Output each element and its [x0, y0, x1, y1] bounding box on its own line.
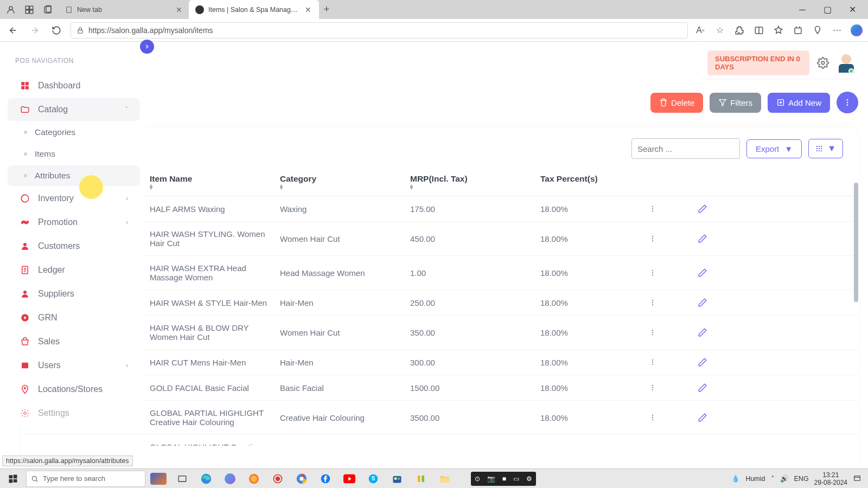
chrome-icon[interactable] — [291, 470, 312, 487]
refresh-button[interactable] — [49, 23, 64, 38]
skype-icon[interactable]: S — [362, 470, 384, 487]
copilot-taskbar-icon[interactable] — [219, 470, 241, 487]
browser-tab-2[interactable]: Items | Salon & Spa Management ✕ — [189, 0, 319, 19]
app-icon[interactable] — [410, 470, 432, 487]
sidebar-sub-attributes[interactable]: Attributes — [8, 165, 140, 186]
sidebar-item-suppliers[interactable]: Suppliers — [8, 282, 140, 305]
row-menu-button[interactable] — [649, 414, 698, 421]
sidebar-item-sales[interactable]: Sales — [8, 330, 140, 353]
search-input[interactable] — [631, 138, 740, 159]
sidebar-item-dashboard[interactable]: Dashboard — [8, 74, 140, 97]
row-edit-button[interactable] — [698, 234, 742, 243]
sidebar-sub-categories[interactable]: Categories — [8, 122, 140, 143]
cell-name: HAIR CUT Mens Hair-Men — [150, 358, 280, 367]
browser-essentials-icon[interactable] — [812, 24, 824, 36]
extensions-icon[interactable] — [733, 24, 745, 36]
column-visibility-button[interactable]: ▼ — [808, 139, 843, 158]
favorites-icon[interactable] — [773, 24, 784, 36]
weather-icon[interactable]: 💧 — [731, 474, 740, 483]
maximize-button[interactable]: ▢ — [815, 0, 840, 19]
th-category[interactable]: Category▴▾ — [280, 174, 410, 189]
task-view-icon[interactable] — [171, 470, 193, 487]
youtube-icon[interactable] — [339, 470, 360, 487]
row-menu-button[interactable] — [649, 235, 698, 242]
avatar[interactable] — [837, 53, 853, 73]
language-indicator[interactable]: ENG — [794, 475, 809, 483]
add-new-button[interactable]: Add New — [768, 93, 830, 113]
sidebar-item-ledger[interactable]: Ledger — [8, 259, 140, 281]
minimize-button[interactable]: ─ — [790, 0, 815, 19]
row-edit-button[interactable] — [698, 268, 742, 278]
th-mrp[interactable]: MRP(Incl. Tax)▴▾ — [410, 174, 540, 189]
facebook-icon[interactable] — [315, 470, 336, 487]
row-menu-button[interactable] — [649, 269, 698, 277]
row-edit-button[interactable] — [698, 328, 742, 337]
read-aloud-icon[interactable]: A» — [694, 24, 706, 36]
sidebar-toggle-button[interactable] — [140, 40, 154, 54]
sidebar-sub-items[interactable]: Items — [8, 144, 140, 164]
tab-title: New tab — [77, 6, 102, 14]
row-menu-button[interactable] — [649, 329, 698, 336]
weather-text[interactable]: Humid — [745, 475, 765, 483]
record-icon[interactable] — [267, 470, 289, 487]
edge-icon[interactable] — [195, 470, 217, 487]
row-edit-button[interactable] — [698, 383, 742, 393]
recording-controls[interactable]: ⊙ 📷 ■ ▭ ⚙ — [471, 472, 536, 486]
clock-time[interactable]: 13:21 — [822, 471, 839, 479]
browser-tab-1[interactable]: New tab ✕ — [59, 0, 189, 19]
forward-button[interactable] — [27, 23, 42, 38]
clock-date[interactable]: 29-08-2024 — [814, 479, 847, 486]
speaker-icon[interactable]: 🔊 — [780, 474, 789, 483]
back-button[interactable] — [5, 23, 21, 38]
row-edit-button[interactable] — [698, 204, 742, 214]
taskbar-search[interactable]: Type here to search — [26, 471, 145, 487]
sidebar-item-grn[interactable]: GRN — [8, 306, 140, 329]
notifications-icon[interactable] — [853, 474, 861, 483]
settings-icon[interactable] — [817, 57, 829, 69]
row-menu-button[interactable] — [649, 384, 698, 391]
close-tab-icon[interactable]: ✕ — [305, 5, 311, 14]
collections-icon[interactable] — [792, 24, 804, 36]
tray-chevron-icon[interactable]: ˄ — [771, 474, 775, 483]
copilot-icon[interactable] — [851, 24, 863, 36]
th-tax[interactable]: Tax Percent(s) — [540, 174, 649, 189]
profile-icon[interactable] — [3, 2, 18, 17]
delete-button[interactable]: Delete — [650, 93, 703, 113]
workspaces-icon[interactable] — [22, 2, 37, 17]
favorite-icon[interactable]: ☆ — [714, 24, 726, 36]
table-row: HAIR WASH EXTRA Head Massage Women Head … — [21, 256, 858, 290]
export-button[interactable]: Export ▼ — [746, 139, 802, 158]
more-menu-icon[interactable]: ⋯ — [831, 24, 843, 36]
store-icon[interactable] — [386, 470, 408, 487]
row-menu-button[interactable] — [649, 358, 698, 366]
row-edit-button[interactable] — [698, 413, 742, 422]
taskbar-news-icon[interactable] — [148, 471, 169, 487]
sidebar-item-customers[interactable]: Customers — [8, 235, 140, 258]
explorer-icon[interactable] — [434, 470, 456, 487]
more-actions-button[interactable] — [837, 92, 858, 113]
cell-tax: 18.00% — [540, 268, 649, 278]
cell-name: HALF ARMS Waxing — [150, 204, 280, 214]
sidebar-item-locations[interactable]: Locations/Stores — [8, 378, 140, 401]
close-tab-icon[interactable]: ✕ — [176, 5, 182, 14]
sidebar-item-settings[interactable]: Settings — [8, 402, 140, 425]
new-tab-button[interactable]: + — [319, 4, 334, 15]
svg-rect-80 — [393, 476, 401, 483]
filters-button[interactable]: Filters — [710, 93, 761, 113]
scrollbar[interactable] — [854, 183, 858, 302]
split-screen-icon[interactable] — [753, 24, 765, 36]
row-menu-button[interactable] — [649, 299, 698, 306]
row-edit-button[interactable] — [698, 357, 742, 367]
sidebar-item-users[interactable]: Users › — [8, 354, 140, 377]
th-name[interactable]: Item Name▴▾ — [150, 174, 280, 189]
sidebar-item-catalog[interactable]: Catalog ˅ — [8, 98, 140, 121]
start-button[interactable] — [2, 470, 24, 487]
url-field[interactable]: https://salon.galla.app/mysalon/items — [71, 22, 688, 38]
close-window-button[interactable]: ✕ — [840, 0, 865, 19]
row-edit-button[interactable] — [698, 298, 742, 307]
sidebar-item-inventory[interactable]: Inventory › — [8, 187, 140, 210]
sidebar-item-promotion[interactable]: Promotion › — [8, 211, 140, 234]
firefox-icon[interactable] — [243, 470, 265, 487]
row-menu-button[interactable] — [649, 205, 698, 213]
tab-actions-icon[interactable] — [40, 2, 55, 17]
